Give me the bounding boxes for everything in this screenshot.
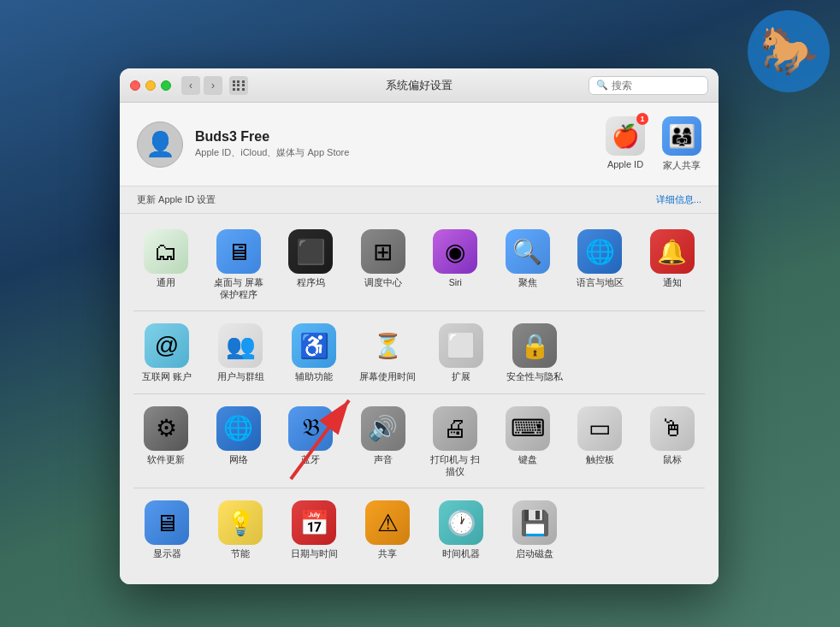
icon-item-1-2[interactable]: ♿辅助功能: [281, 318, 347, 387]
search-box[interactable]: 🔍: [589, 76, 708, 95]
apple-id-action[interactable]: 🍎 1 Apple ID: [606, 116, 645, 172]
icon-label-2-6: 触控板: [586, 454, 614, 466]
close-button[interactable]: [130, 80, 140, 91]
icon-item-2-0[interactable]: ⚙软件更新: [133, 401, 199, 481]
icon-label-2-4: 打印机与 扫描仪: [426, 454, 485, 477]
icon-box-3-2: 📅: [292, 500, 336, 545]
icon-item-0-4[interactable]: ◉Siri: [423, 224, 488, 304]
icon-item-0-5[interactable]: 🔍聚焦: [495, 224, 561, 304]
icon-label-2-0: 软件更新: [147, 454, 185, 466]
icon-item-3-5[interactable]: 💾启动磁盘: [501, 495, 568, 564]
icon-item-0-6[interactable]: 🌐语言与地区: [567, 224, 633, 304]
system-preferences-window: ‹ › 系统偏好设置 🔍 👤 Buds3 Free Apple ID、iClou…: [120, 68, 719, 584]
profile-left: 👤 Buds3 Free Apple ID、iCloud、媒体与 App Sto…: [137, 121, 349, 168]
icons-section: 🗂通用🖥桌面与 屏幕保护程序⬛程序坞⊞调度中心◉Siri🔍聚焦🌐语言与地区🔔通知…: [120, 214, 719, 584]
minimize-button[interactable]: [145, 80, 156, 91]
icon-item-0-1[interactable]: 🖥桌面与 屏幕保护程序: [206, 224, 272, 304]
icon-item-2-7[interactable]: 🖱鼠标: [640, 401, 706, 481]
icon-label-3-1: 节能: [231, 548, 250, 560]
titlebar: ‹ › 系统偏好设置 🔍: [120, 68, 719, 103]
forward-button[interactable]: ›: [204, 76, 222, 95]
icon-item-1-4[interactable]: ⬜扩展: [428, 318, 494, 387]
update-notice: 更新 Apple ID 设置 详细信息...: [120, 186, 719, 214]
icon-item-3-4[interactable]: 🕐时间机器: [428, 495, 494, 564]
profile-right: 🍎 1 Apple ID 👨‍👩‍👧 家人共享: [606, 116, 701, 172]
icon-label-2-3: 声音: [374, 454, 393, 466]
icon-box-2-1: 🌐: [216, 406, 261, 451]
update-link[interactable]: 详细信息...: [656, 193, 701, 206]
family-icon: 👨‍👩‍👧: [662, 116, 701, 156]
icon-label-0-2: 程序坞: [297, 277, 325, 289]
icon-item-1-1[interactable]: 👥用户与群组: [207, 318, 274, 387]
icon-box-2-0: ⚙: [144, 406, 188, 451]
window-title: 系统偏好设置: [386, 78, 453, 93]
icon-box-1-0: @: [145, 323, 189, 368]
icon-item-3-0[interactable]: 🖥显示器: [133, 495, 200, 564]
icon-item-1-0[interactable]: @互联网 账户: [133, 318, 200, 387]
icon-box-3-5: 💾: [512, 500, 557, 545]
icon-label-3-2: 日期与时间: [291, 548, 338, 560]
icon-label-0-1: 桌面与 屏幕保护程序: [210, 277, 269, 300]
profile-subtitle: Apple ID、iCloud、媒体与 App Store: [195, 146, 349, 159]
grid-view-button[interactable]: [229, 76, 248, 95]
icon-item-3-1[interactable]: 💡节能: [207, 495, 274, 564]
icon-item-0-3[interactable]: ⊞调度中心: [351, 224, 417, 304]
search-input[interactable]: [612, 80, 701, 92]
icon-item-2-5[interactable]: ⌨键盘: [495, 401, 561, 481]
icon-box-1-4: ⬜: [439, 323, 483, 368]
icon-item-1-5[interactable]: 🔒安全性与隐私: [501, 318, 568, 387]
icon-label-0-6: 语言与地区: [577, 277, 624, 289]
icon-box-3-1: 💡: [218, 500, 263, 545]
icon-box-2-5: ⌨: [506, 406, 550, 451]
icon-label-1-2: 辅助功能: [295, 371, 333, 383]
icon-label-2-5: 键盘: [518, 454, 537, 466]
icon-label-0-0: 通用: [157, 277, 175, 289]
icon-box-0-5: 🔍: [506, 229, 550, 274]
icon-item-2-3[interactable]: 🔊声音: [351, 401, 417, 481]
profile-info: Buds3 Free Apple ID、iCloud、媒体与 App Store: [195, 129, 349, 159]
icon-item-0-2[interactable]: ⬛程序坞: [278, 224, 344, 304]
icon-box-0-7: 🔔: [650, 229, 695, 274]
icon-item-2-2[interactable]: 𝔅蓝牙: [278, 401, 344, 481]
icon-label-2-7: 鼠标: [663, 454, 682, 466]
icons-row-2: ⚙软件更新🌐网络𝔅蓝牙🔊声音🖨打印机与 扫描仪⌨键盘▭触控板🖱鼠标: [133, 401, 705, 488]
icon-box-0-0: 🗂: [144, 229, 188, 274]
icon-box-2-4: 🖨: [433, 406, 477, 451]
back-button[interactable]: ‹: [181, 76, 200, 95]
icon-item-2-6[interactable]: ▭触控板: [567, 401, 633, 481]
icon-box-2-7: 🖱: [650, 406, 695, 451]
icon-item-0-7[interactable]: 🔔通知: [640, 224, 706, 304]
traffic-lights: [130, 80, 171, 91]
icon-box-1-5: 🔒: [512, 323, 557, 368]
icon-label-3-4: 时间机器: [442, 548, 480, 560]
icon-box-0-6: 🌐: [577, 229, 622, 274]
icon-box-3-0: 🖥: [145, 500, 189, 545]
icon-box-2-6: ▭: [577, 406, 622, 451]
icon-box-1-1: 👥: [218, 323, 263, 368]
icon-box-1-2: ♿: [292, 323, 336, 368]
icon-label-3-5: 启动磁盘: [516, 548, 553, 560]
icon-label-0-5: 聚焦: [518, 277, 537, 289]
avatar[interactable]: 👤: [137, 121, 183, 168]
icon-label-1-1: 用户与群组: [217, 371, 264, 383]
icon-label-0-4: Siri: [449, 277, 462, 289]
icon-item-1-3[interactable]: ⏳屏幕使用时间: [354, 318, 421, 387]
search-icon: 🔍: [596, 80, 608, 91]
icon-label-3-0: 显示器: [153, 548, 181, 560]
icon-item-3-2[interactable]: 📅日期与时间: [281, 495, 347, 564]
icon-box-2-3: 🔊: [361, 406, 405, 451]
icon-item-2-4[interactable]: 🖨打印机与 扫描仪: [423, 401, 488, 481]
icons-row-0: 🗂通用🖥桌面与 屏幕保护程序⬛程序坞⊞调度中心◉Siri🔍聚焦🌐语言与地区🔔通知: [133, 224, 705, 311]
profile-section: 👤 Buds3 Free Apple ID、iCloud、媒体与 App Sto…: [120, 103, 719, 186]
icon-box-2-2: 𝔅: [288, 406, 333, 451]
icon-box-3-4: 🕐: [439, 500, 483, 545]
icon-item-0-0[interactable]: 🗂通用: [133, 224, 199, 304]
svg-text:🐎: 🐎: [760, 23, 819, 79]
family-sharing-action[interactable]: 👨‍👩‍👧 家人共享: [662, 116, 701, 172]
icon-label-2-2: 蓝牙: [301, 454, 320, 466]
nav-buttons: ‹ ›: [181, 76, 222, 95]
icon-item-2-1[interactable]: 🌐网络: [206, 401, 272, 481]
maximize-button[interactable]: [161, 80, 171, 91]
apple-id-icon: 🍎 1: [606, 116, 645, 156]
icon-item-3-3[interactable]: ⚠共享: [354, 495, 421, 564]
